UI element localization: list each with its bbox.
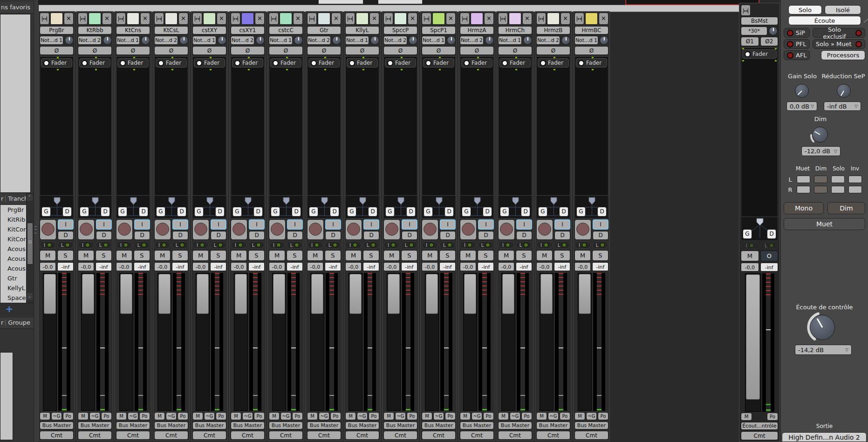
solo-isolate-button[interactable]: I [231,241,247,249]
gain-display[interactable]: -0,0 [574,262,591,271]
processor-active-led[interactable] [158,60,164,66]
record-arm-button[interactable] [574,219,591,240]
output-button[interactable]: Bus Master [231,422,265,429]
monitor-disk-button[interactable]: D [58,231,74,240]
processor-box[interactable]: Fader [231,56,265,196]
channel-color-swatch[interactable] [432,13,445,25]
record-arm-button[interactable] [116,219,133,240]
peak-display[interactable]: -inf [401,262,417,271]
solo-isolate-button[interactable]: I [192,241,209,249]
meter-point-button[interactable]: Po [63,412,74,420]
fader-processor-entry[interactable]: Fader [41,58,72,68]
monitor-disk-button[interactable]: D [325,231,341,240]
fader-handle[interactable] [197,274,209,314]
input-button[interactable]: Not...d 1 [498,36,522,45]
solo-isolate-button[interactable]: I [422,241,438,249]
fader[interactable] [81,273,95,411]
monitor-level-knob[interactable] [810,315,835,340]
reduction-knob[interactable] [837,84,851,98]
phase-2-button[interactable]: Ø2 [760,37,779,46]
fader[interactable] [501,273,515,411]
gain-display[interactable]: -0,0 [383,262,400,271]
record-arm-button[interactable] [422,219,438,240]
channel-name-button[interactable]: SpcP1 [422,26,456,34]
group-button[interactable]: ~G [586,412,597,420]
gain-display[interactable]: -0,0 [116,262,132,271]
group-button[interactable]: ~G [510,412,520,420]
channel-name-button[interactable]: Gtr [307,26,341,34]
trim-knob[interactable] [218,36,226,45]
mute-button[interactable]: M [574,250,591,261]
comments-button[interactable]: Cmt [231,431,265,440]
processor-box[interactable]: Fader [498,56,532,196]
phase-invert-button[interactable]: Ø [116,46,150,55]
add-strip-button[interactable]: + [3,304,16,313]
metering-button[interactable]: M [231,412,241,420]
processor-active-led[interactable] [273,60,279,66]
channel-name-button[interactable]: HrmCh [498,26,532,34]
fader-processor-entry[interactable]: Fader [385,58,416,68]
monitor-input-button[interactable]: I [554,219,570,230]
processor-box[interactable]: Fader [536,56,570,196]
metering-button[interactable]: M [498,412,509,420]
fader-processor-entry[interactable]: Fader [156,58,187,68]
processor-box[interactable]: Fader [269,56,303,196]
channel-name-button[interactable]: SpccP [383,26,417,34]
solo-isolate-button[interactable]: I [498,241,514,249]
fader[interactable] [196,273,210,411]
dim-button[interactable]: Dim [827,202,865,214]
gain-solo-dropdown[interactable]: 0,0 dB▽ [786,102,817,111]
output-button[interactable]: Bus Master [536,422,570,429]
channel-color-swatch[interactable] [127,13,139,25]
fader-handle[interactable] [540,274,553,314]
metering-button[interactable]: M [154,412,165,420]
close-icon[interactable]: ✕ [102,13,112,25]
scrollbar-thumb[interactable] [27,223,33,265]
close-icon[interactable]: ✕ [293,13,303,25]
close-icon[interactable]: ✕ [522,13,532,25]
monitor-input-button[interactable]: I [325,219,341,230]
trim-knob[interactable] [561,36,570,45]
processor-box[interactable]: Fader [460,56,494,196]
peak-display[interactable]: -inf [516,262,532,271]
phase-invert-button[interactable]: Ø [231,46,265,55]
solo-lock-button[interactable]: L [96,241,112,249]
metering-button[interactable]: M [116,412,127,420]
monitor-output-button[interactable]: High Defin...n Audio 2 [782,432,867,442]
group-button[interactable]: ~G [166,412,177,420]
fader-handle[interactable] [120,274,132,314]
master-name-button[interactable]: BsMst [741,17,778,25]
metering-button[interactable]: M [422,412,432,420]
channel-name-button[interactable]: HrmzB [536,26,570,34]
solo-lock-button[interactable]: L [325,241,341,249]
meter-point-button[interactable]: Po [330,412,341,420]
list-item[interactable]: KitCor [0,224,27,234]
group-button[interactable]: ~G [89,412,100,420]
processor-active-led[interactable] [578,60,584,66]
output-button[interactable]: Bus Master [307,422,341,429]
mute-button[interactable]: M [345,250,362,261]
group-button[interactable]: ~G [204,412,215,420]
processor-active-led[interactable] [387,60,393,66]
monitor-input-button[interactable]: I [440,219,456,230]
mute-button[interactable]: M [116,250,132,261]
fader-handle[interactable] [349,274,362,314]
peak-display[interactable]: -inf [96,262,112,271]
monitor-disk-button[interactable]: D [593,231,608,240]
monitor-disk-button[interactable]: D [363,231,379,240]
output-button[interactable]: Bus Master [574,422,608,429]
mute-button[interactable]: M [154,250,171,261]
processor-box[interactable]: Fader [192,56,226,196]
monitor-disk-button[interactable]: D [249,231,265,240]
fader-handle[interactable] [235,274,247,314]
fader-handle[interactable] [502,274,514,314]
channel-color-swatch[interactable] [356,13,369,25]
record-arm-button[interactable] [40,219,56,240]
meter-point-button[interactable]: Po [178,412,188,420]
trim-knob[interactable] [485,36,494,45]
solo-button[interactable]: S [554,250,570,261]
left-dim-toggle[interactable] [814,176,827,183]
channel-name-button[interactable]: cstcC [269,26,303,34]
input-button[interactable]: Not...d 1 [269,36,293,45]
peak-display[interactable]: -inf [478,262,494,271]
